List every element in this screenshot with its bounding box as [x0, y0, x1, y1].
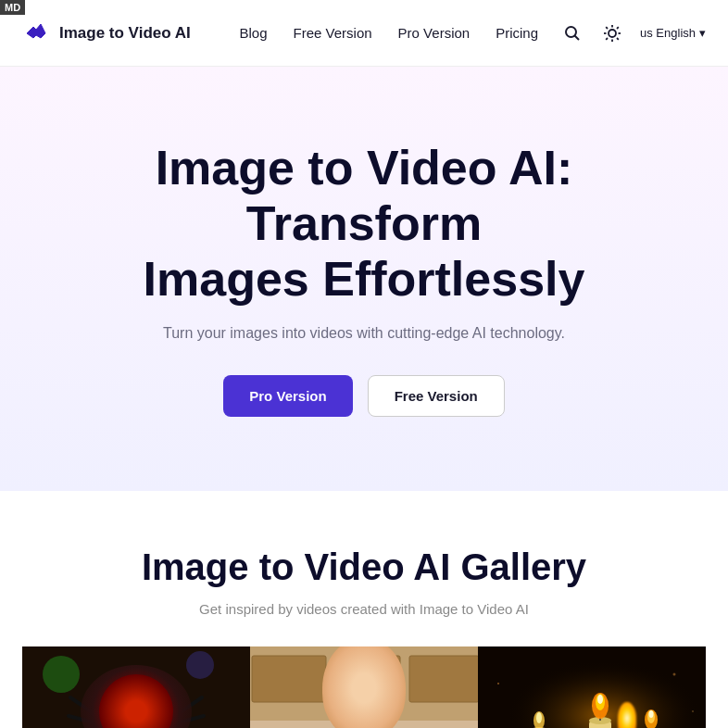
chevron-down-icon: ▾ [699, 26, 706, 40]
svg-rect-35 [335, 656, 400, 702]
search-icon [564, 25, 581, 42]
gallery-item-2[interactable] [250, 646, 478, 728]
hero-title: Image to Video AI: Transform Images Effo… [49, 141, 679, 307]
svg-rect-53 [478, 646, 706, 728]
svg-rect-34 [252, 656, 326, 702]
svg-point-46 [357, 699, 371, 706]
svg-point-38 [333, 649, 395, 690]
search-button[interactable] [560, 21, 584, 45]
svg-point-72 [673, 673, 676, 676]
svg-point-2 [609, 30, 616, 37]
svg-point-57 [536, 712, 542, 723]
svg-point-26 [139, 697, 146, 705]
hero-subtitle: Turn your images into videos with cuttin… [163, 325, 565, 342]
svg-point-30 [186, 651, 214, 679]
svg-line-1 [575, 35, 580, 40]
theme-toggle-button[interactable] [599, 20, 625, 46]
svg-point-73 [692, 710, 694, 712]
logo-icon [22, 19, 50, 47]
nav-links: Blog Free Version Pro Version Pricing [240, 25, 538, 42]
svg-point-13 [104, 699, 169, 728]
gallery-svg-woman [250, 646, 478, 728]
svg-rect-40 [383, 665, 395, 707]
svg-point-37 [334, 653, 394, 723]
svg-point-42 [369, 681, 380, 690]
svg-line-10 [606, 38, 608, 40]
svg-point-24 [118, 690, 155, 720]
hero-section: Image to Video AI: Transform Images Effo… [0, 67, 728, 491]
svg-point-27 [128, 699, 132, 703]
svg-line-9 [617, 27, 619, 29]
svg-point-43 [352, 683, 358, 689]
svg-point-63 [597, 695, 603, 704]
hero-buttons: Pro Version Free Version [223, 375, 504, 417]
navbar: Image to Video AI Blog Free Version Pro … [0, 0, 728, 67]
logo-link[interactable]: Image to Video AI [22, 19, 191, 47]
gallery-subtitle: Get inspired by videos created with Imag… [22, 601, 706, 617]
gallery-svg-spider [22, 646, 250, 728]
svg-point-69 [649, 710, 654, 718]
gallery-item-1[interactable] [22, 646, 250, 728]
nav-pricing[interactable]: Pricing [496, 25, 538, 41]
lang-label: us English [640, 26, 696, 40]
svg-point-45 [355, 697, 373, 707]
nav-actions: us English ▾ [560, 20, 706, 46]
gallery-svg-candles [478, 646, 706, 728]
gallery-title: Image to Video AI Gallery [22, 546, 706, 588]
svg-rect-39 [333, 665, 345, 707]
nav-free-version[interactable]: Free Version [294, 25, 372, 41]
svg-point-14 [116, 710, 157, 728]
svg-point-29 [43, 656, 80, 693]
svg-rect-47 [352, 719, 376, 728]
svg-point-28 [141, 699, 144, 703]
language-selector[interactable]: us English ▾ [640, 26, 706, 40]
sun-icon [603, 24, 621, 43]
gallery-section: Image to Video AI Gallery Get inspired b… [0, 491, 728, 728]
nav-pro-version[interactable]: Pro Version [398, 25, 471, 41]
svg-line-8 [617, 38, 619, 40]
svg-point-71 [497, 683, 499, 684]
gallery-item-3[interactable] [478, 646, 706, 728]
logo-text: Image to Video AI [59, 24, 191, 43]
svg-point-25 [126, 697, 133, 705]
svg-line-7 [606, 27, 608, 29]
svg-point-41 [348, 681, 359, 690]
md-badge: MD [0, 0, 25, 15]
free-version-button[interactable]: Free Version [368, 375, 505, 417]
gallery-images [22, 646, 706, 728]
pro-version-button[interactable]: Pro Version [223, 375, 352, 417]
svg-point-44 [372, 683, 379, 689]
svg-point-0 [566, 27, 576, 37]
nav-blog[interactable]: Blog [240, 25, 268, 41]
svg-point-15 [125, 717, 147, 728]
svg-rect-36 [409, 656, 478, 702]
